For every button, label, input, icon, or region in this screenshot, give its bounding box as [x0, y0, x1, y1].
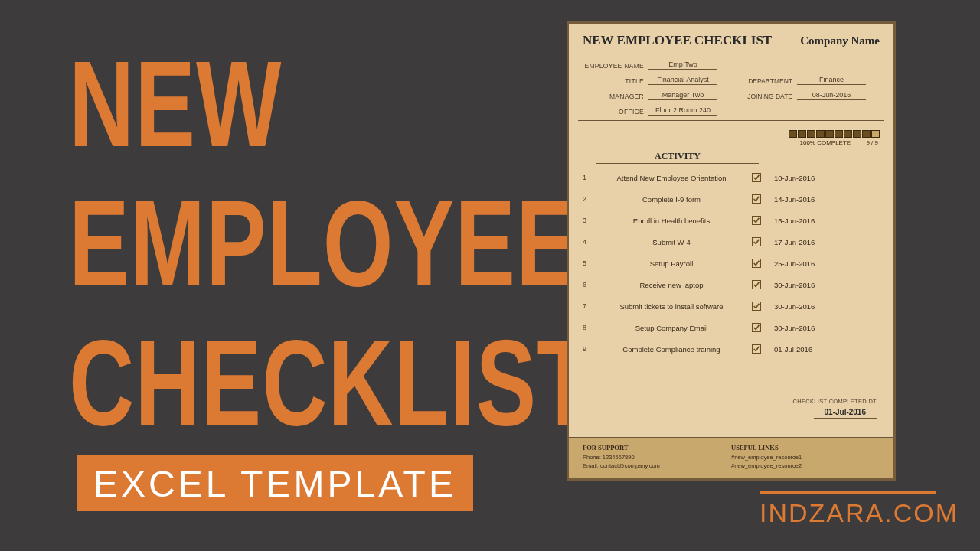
activity-checkbox[interactable] [750, 280, 763, 289]
progress-percent: 100% COMPLETE [799, 139, 851, 146]
activity-row: 9Complete Compliance training01-Jul-2016 [583, 338, 880, 360]
progress-bar [789, 130, 880, 138]
progress-bar-wrap [583, 126, 880, 139]
checkmark-icon [752, 194, 761, 204]
checkmark-icon [752, 216, 761, 225]
value-employee: Emp Two [648, 60, 717, 70]
activity-row: 5Setup Payroll25-Jun-2016 [583, 253, 880, 274]
completed-label: CHECKLIST COMPLETED DT [793, 398, 877, 405]
value-title: Financial Analyst [648, 75, 717, 85]
activity-label: Complete I-9 form [593, 195, 750, 204]
activity-date: 14-Jun-2016 [774, 195, 815, 204]
footer-link-1: #new_employee_resource1 [731, 454, 880, 461]
activity-row: 3Enroll in Health benefits15-Jun-2016 [583, 210, 880, 231]
checkmark-icon [752, 237, 761, 246]
label-manager: MANAGER [583, 93, 648, 100]
title-line-2: EMPLOYEE [69, 185, 593, 301]
footer-links-head: USEFUL LINKS [731, 444, 880, 452]
main-title: NEW EMPLOYEE CHECKLIST [69, 46, 593, 464]
doc-company: Company Name [800, 34, 880, 47]
activity-date: 01-Jul-2016 [774, 345, 812, 354]
footer-support-head: FOR SUPPORT [583, 444, 731, 452]
footer-link-2: #new_employee_resource2 [731, 462, 880, 469]
divider [578, 120, 884, 121]
activity-number: 8 [583, 324, 593, 331]
progress-ratio: 9 / 9 [866, 139, 878, 146]
activity-checkbox[interactable] [750, 344, 763, 354]
activity-date: 30-Jun-2016 [774, 302, 815, 311]
label-employee: EMPLOYEE NAME [583, 62, 648, 70]
activity-number: 1 [583, 174, 593, 181]
activity-label: Attend New Employee Orientation [593, 174, 750, 182]
activity-date: 25-Jun-2016 [774, 259, 815, 268]
activity-checkbox[interactable] [750, 323, 763, 332]
activity-label: Enroll in Health benefits [593, 217, 750, 225]
activity-number: 3 [583, 217, 593, 224]
document-preview: NEW EMPLOYEE CHECKLIST Company Name EMPL… [567, 21, 896, 481]
activity-number: 9 [583, 345, 593, 353]
checkmark-icon [752, 280, 761, 289]
activity-list: 1Attend New Employee Orientation10-Jun-2… [583, 167, 880, 360]
value-department: Finance [797, 75, 866, 85]
activity-row: 8Setup Company Email30-Jun-2016 [583, 317, 880, 338]
activity-checkbox[interactable] [750, 194, 763, 204]
value-joining: 08-Jun-2016 [797, 90, 866, 100]
label-joining: JOINING DATE [739, 93, 797, 100]
activity-date: 10-Jun-2016 [774, 174, 815, 182]
subtitle-text: EXCEL TEMPLATE [93, 464, 456, 504]
activity-date: 30-Jun-2016 [774, 324, 815, 332]
activity-checkbox[interactable] [750, 237, 763, 246]
brand-rule [760, 491, 936, 494]
brand-text: INDZARA.COM [760, 498, 980, 528]
label-department: DEPARTMENT [739, 77, 797, 85]
label-title: TITLE [583, 77, 648, 85]
doc-footer: FOR SUPPORT Phone: 1234567890 Email: con… [569, 437, 893, 478]
checkmark-icon [752, 323, 761, 332]
activity-row: 4Submit W-417-Jun-2016 [583, 231, 880, 253]
activity-row: 1Attend New Employee Orientation10-Jun-2… [583, 167, 880, 188]
brand-block: INDZARA.COM [760, 491, 980, 528]
activity-number: 6 [583, 281, 593, 289]
footer-support-email: Email: contact@company.com [583, 462, 731, 469]
checkmark-icon [752, 302, 761, 311]
value-manager: Manager Two [648, 90, 717, 100]
activity-checkbox[interactable] [750, 302, 763, 311]
progress-caption: 100% COMPLETE 9 / 9 [583, 139, 880, 146]
title-line-1: NEW [69, 46, 593, 161]
activity-label: Setup Company Email [593, 324, 750, 332]
label-office: OFFICE [583, 108, 648, 116]
activity-date: 30-Jun-2016 [774, 281, 815, 289]
activity-number: 4 [583, 238, 593, 246]
activity-row: 2Complete I-9 form14-Jun-2016 [583, 188, 880, 210]
activity-label: Submit tickets to install software [593, 302, 750, 311]
activity-label: Receive new laptop [593, 281, 750, 289]
activity-label: Complete Compliance training [593, 345, 750, 354]
activity-checkbox[interactable] [750, 216, 763, 225]
activity-row: 6Receive new laptop30-Jun-2016 [583, 274, 880, 295]
checkmark-icon [752, 173, 761, 182]
value-office: Floor 2 Room 240 [648, 106, 717, 116]
subtitle-badge: EXCEL TEMPLATE [77, 455, 473, 511]
completed-block: CHECKLIST COMPLETED DT 01-Jul-2016 [793, 398, 877, 419]
stage: NEW EMPLOYEE CHECKLIST EXCEL TEMPLATE IN… [0, 0, 980, 551]
activity-date: 17-Jun-2016 [774, 238, 815, 246]
checkmark-icon [752, 344, 761, 354]
activity-checkbox[interactable] [750, 173, 763, 182]
activity-row: 7Submit tickets to install software30-Ju… [583, 295, 880, 317]
title-line-3: CHECKLIST [69, 324, 593, 440]
activity-label: Submit W-4 [593, 238, 750, 246]
checkmark-icon [752, 259, 761, 268]
completed-date: 01-Jul-2016 [814, 406, 877, 419]
activity-number: 2 [583, 195, 593, 203]
footer-support-phone: Phone: 1234567890 [583, 454, 731, 461]
doc-heading: NEW EMPLOYEE CHECKLIST [583, 33, 772, 48]
activity-label: Setup Payroll [593, 259, 750, 268]
activity-date: 15-Jun-2016 [774, 217, 815, 225]
activity-number: 5 [583, 259, 593, 267]
activity-header: ACTIVITY [596, 151, 759, 164]
activity-number: 7 [583, 302, 593, 310]
activity-checkbox[interactable] [750, 259, 763, 268]
